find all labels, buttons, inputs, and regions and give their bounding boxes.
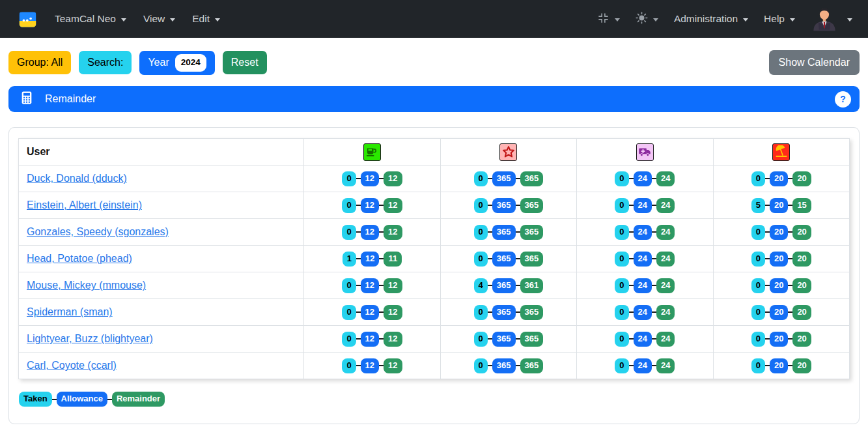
taken-badge: 0 — [474, 252, 488, 266]
compress-menu[interactable] — [597, 12, 620, 27]
allowance-badge: 24 — [634, 198, 652, 212]
taken-badge: 0 — [474, 171, 488, 186]
badge-separator — [788, 285, 792, 286]
value-cell: 02424 — [577, 192, 713, 219]
view-menu[interactable]: View — [143, 13, 175, 25]
beach-umbrella-icon — [772, 143, 790, 161]
badge-separator — [356, 231, 361, 233]
theme-menu[interactable] — [636, 12, 658, 27]
table-row: Carl, Coyote (ccarl)01212036536502424020… — [19, 353, 850, 379]
remainder-badge: 20 — [792, 252, 811, 266]
user-link[interactable]: Spiderman (sman) — [27, 306, 113, 317]
user-link[interactable]: Gonzales, Speedy (sgonzales) — [27, 226, 169, 237]
year-label: Year — [148, 55, 169, 70]
taken-badge: 0 — [751, 171, 765, 186]
administration-menu[interactable]: Administration — [674, 13, 748, 25]
badge-separator — [629, 311, 634, 313]
taken-badge: 0 — [615, 225, 628, 239]
badge-triplet: 0365365 — [474, 305, 544, 319]
user-link[interactable]: Duck, Donald (dduck) — [27, 173, 127, 184]
taken-badge: 0 — [615, 171, 628, 186]
badge-separator — [379, 178, 384, 179]
value-cell: 52015 — [713, 192, 849, 219]
remainder-badge: 24 — [656, 278, 675, 293]
taken-badge: 0 — [615, 332, 628, 346]
user-menu[interactable] — [811, 6, 852, 32]
column-header-coffee — [304, 139, 440, 166]
badge-triplet: 02020 — [751, 171, 811, 186]
help-question-icon[interactable]: ? — [835, 91, 851, 108]
user-link[interactable]: Head, Potatoe (phead) — [27, 253, 132, 264]
taken-badge: 0 — [474, 358, 488, 373]
badge-separator — [356, 285, 361, 286]
badge-triplet: 02020 — [751, 225, 811, 239]
badge-separator — [356, 205, 361, 206]
chevron-down-icon — [790, 18, 795, 22]
value-cell: 11211 — [304, 246, 440, 272]
user-link[interactable]: Einstein, Albert (einstein) — [27, 199, 142, 210]
user-link[interactable]: Lightyear, Buzz (blightyear) — [27, 333, 153, 344]
calculator-icon — [20, 91, 34, 108]
badge-separator — [356, 365, 361, 366]
remainder-badge: 12 — [384, 198, 402, 212]
badge-separator — [788, 205, 792, 206]
table-row: Spiderman (sman)0121203653650242402020 — [19, 299, 850, 326]
user-link[interactable]: Mouse, Mickey (mmouse) — [27, 280, 146, 291]
badge-triplet: 02424 — [615, 252, 675, 266]
value-cell: 01212 — [304, 326, 440, 353]
value-cell: 0365365 — [440, 166, 576, 192]
taken-badge: 0 — [342, 171, 356, 186]
allowance-badge: 20 — [770, 358, 788, 373]
badge-separator — [488, 178, 492, 179]
edit-menu[interactable]: Edit — [192, 13, 220, 25]
taken-badge: 0 — [615, 358, 628, 373]
badge-triplet: 0365365 — [474, 358, 544, 373]
badge-separator — [765, 258, 770, 259]
remainder-badge: 24 — [656, 225, 675, 239]
value-cell: 01212 — [304, 299, 440, 326]
chevron-down-icon — [743, 18, 748, 22]
badge-triplet: 0365365 — [474, 252, 544, 266]
badge-separator — [629, 178, 634, 179]
group-filter-button[interactable]: Group: All — [8, 51, 71, 74]
badge-separator — [629, 285, 634, 286]
badge-separator — [488, 205, 492, 206]
brand-menu[interactable]: TeamCal Neo — [55, 13, 126, 25]
badge-separator — [629, 338, 634, 340]
remainder-badge: 12 — [384, 171, 402, 186]
badge-separator — [356, 311, 361, 313]
badge-triplet: 0365365 — [474, 332, 544, 346]
help-menu[interactable]: Help — [764, 13, 795, 25]
badge-separator — [379, 338, 384, 340]
taken-badge: 0 — [342, 198, 356, 212]
badge-separator — [652, 285, 656, 286]
table-row: Head, Potatoe (phead)1121103653650242402… — [19, 246, 850, 272]
taken-badge: 4 — [474, 278, 488, 293]
remainder-badge: 15 — [792, 198, 811, 212]
allowance-badge: 20 — [770, 171, 788, 186]
badge-triplet: 01212 — [342, 198, 402, 212]
badge-separator — [107, 399, 112, 400]
user-link[interactable]: Carl, Coyote (ccarl) — [27, 360, 117, 371]
badge-triplet: 11211 — [343, 252, 402, 266]
value-cell: 01212 — [304, 272, 440, 299]
value-cell: 0365365 — [440, 299, 576, 326]
year-button[interactable]: Year 2024 — [139, 51, 214, 75]
value-cell: 02424 — [577, 299, 713, 326]
search-button[interactable]: Search: — [79, 51, 132, 74]
app-calendar-logo-icon[interactable] — [18, 10, 38, 29]
theme-sun-icon — [636, 12, 648, 27]
compress-icon — [597, 12, 609, 27]
badge-separator — [788, 258, 792, 259]
allowance-badge: 20 — [770, 198, 788, 212]
value-cell: 02020 — [713, 326, 849, 353]
taken-badge: 0 — [751, 278, 765, 293]
reset-button[interactable]: Reset — [223, 51, 267, 74]
value-cell: 01212 — [304, 353, 440, 379]
view-label: View — [143, 13, 165, 25]
allowance-badge: 12 — [361, 252, 379, 266]
value-cell: 4365361 — [440, 272, 576, 299]
chevron-down-icon — [170, 18, 175, 22]
show-calendar-button[interactable]: Show Calendar — [769, 50, 860, 75]
allowance-badge: 24 — [634, 278, 652, 293]
